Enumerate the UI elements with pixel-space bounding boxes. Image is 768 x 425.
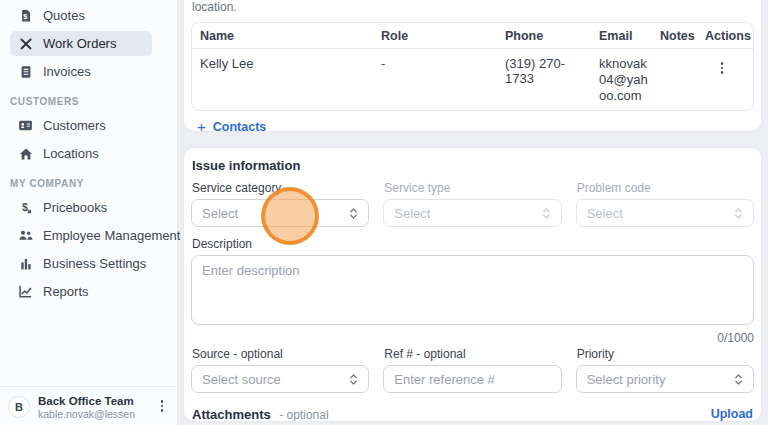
contact-row: Kelly Lee - (319) 270-1733 kknovak04@yah… xyxy=(192,49,753,110)
contact-card-icon xyxy=(18,118,33,133)
description-label: Description xyxy=(191,237,754,251)
service-category-label: Service category xyxy=(191,181,369,195)
main-content: location. Name Role Phone Email Notes Ac… xyxy=(178,0,768,425)
priority-select[interactable]: Select priority xyxy=(576,365,754,393)
people-icon xyxy=(18,228,33,243)
invoice-document-icon xyxy=(18,64,33,79)
issue-information-title: Issue information xyxy=(191,158,754,173)
service-type-select[interactable]: Select xyxy=(383,199,561,227)
contact-notes xyxy=(652,49,697,110)
sidebar-item-reports[interactable]: Reports xyxy=(10,279,152,304)
ref-number-input[interactable] xyxy=(383,365,561,393)
sidebar-item-customers[interactable]: Customers xyxy=(10,113,152,138)
sidebar-item-quotes[interactable]: $ Quotes xyxy=(10,3,152,28)
contact-phone: (319) 270-1733 xyxy=(497,49,591,110)
attachments-row: Attachments - optional Upload xyxy=(191,405,754,421)
description-textarea[interactable] xyxy=(191,255,754,325)
problem-code-select[interactable]: Select xyxy=(576,199,754,227)
col-header-actions: Actions xyxy=(697,29,753,43)
ref-number-label: Ref # - optional xyxy=(383,347,561,361)
sidebar-item-label: Reports xyxy=(43,284,89,299)
chevron-up-down-icon xyxy=(734,372,743,387)
add-contacts-button[interactable]: + Contacts xyxy=(197,120,266,131)
chevron-up-down-icon xyxy=(734,206,743,221)
service-category-select[interactable]: Select xyxy=(191,199,369,227)
contacts-intro-text: location. xyxy=(191,0,754,14)
contact-email: kknovak04@yahoo.com xyxy=(591,49,652,110)
chevron-up-down-icon xyxy=(349,372,358,387)
sidebar-item-locations[interactable]: Locations xyxy=(10,141,152,166)
service-type-label: Service type xyxy=(383,181,561,195)
col-header-notes: Notes xyxy=(652,29,697,43)
contact-actions-kebab-icon[interactable] xyxy=(715,59,729,77)
problem-code-label: Problem code xyxy=(576,181,754,195)
sidebar-section-my-company: MY COMPANY xyxy=(10,178,177,189)
avatar: B xyxy=(8,396,30,418)
sidebar-item-label: Customers xyxy=(43,118,106,133)
plus-icon: + xyxy=(197,121,206,131)
sidebar-section-customers: CUSTOMERS xyxy=(10,96,177,107)
upload-button[interactable]: Upload xyxy=(711,407,753,421)
sidebar-footer: B Back Office Team kable.novak@lessen xyxy=(0,386,177,425)
sidebar-item-pricebooks[interactable]: $ Pricebooks xyxy=(10,195,152,220)
sidebar-item-label: Employee Management xyxy=(43,228,180,243)
contact-role: - xyxy=(373,49,497,110)
source-label: Source - optional xyxy=(191,347,369,361)
chevron-up-down-icon xyxy=(349,206,358,221)
sidebar-item-label: Business Settings xyxy=(43,256,146,271)
issue-information-card: Issue information Service category Selec… xyxy=(184,148,761,421)
crossed-tools-icon xyxy=(18,36,33,51)
footer-kebab-menu-icon[interactable] xyxy=(155,397,169,415)
quote-document-icon: $ xyxy=(18,8,33,23)
description-char-counter: 0/1000 xyxy=(191,331,754,345)
sidebar: $ Quotes Work Orders Invoices CUSTOMERS … xyxy=(0,0,178,425)
contact-name: Kelly Lee xyxy=(192,49,373,110)
contacts-table: Name Role Phone Email Notes Actions Kell… xyxy=(191,22,754,111)
contacts-card: location. Name Role Phone Email Notes Ac… xyxy=(184,0,761,131)
home-icon xyxy=(18,146,33,161)
attachments-label: Attachments xyxy=(192,407,271,421)
sidebar-item-label: Quotes xyxy=(43,8,85,23)
priority-label: Priority xyxy=(576,347,754,361)
attachments-optional-suffix: - optional xyxy=(279,408,328,421)
col-header-phone: Phone xyxy=(497,29,591,43)
svg-text:$: $ xyxy=(21,201,27,213)
team-name: Back Office Team xyxy=(38,394,147,408)
col-header-role: Role xyxy=(373,29,497,43)
sidebar-item-business-settings[interactable]: Business Settings xyxy=(10,251,152,276)
chart-icon xyxy=(18,284,33,299)
sidebar-item-label: Invoices xyxy=(43,64,91,79)
col-header-email: Email xyxy=(591,29,652,43)
contacts-table-header: Name Role Phone Email Notes Actions xyxy=(192,23,753,49)
col-header-name: Name xyxy=(192,29,373,43)
source-select[interactable]: Select source xyxy=(191,365,369,393)
team-email: kable.novak@lessen xyxy=(38,408,147,421)
sidebar-item-label: Pricebooks xyxy=(43,200,107,215)
sidebar-item-label: Work Orders xyxy=(43,36,116,51)
sidebar-item-label: Locations xyxy=(43,146,99,161)
sidebar-item-invoices[interactable]: Invoices xyxy=(10,59,152,84)
dollar-icon: $ xyxy=(18,200,33,215)
sidebar-item-work-orders[interactable]: Work Orders xyxy=(10,31,152,56)
building-icon xyxy=(18,256,33,271)
chevron-up-down-icon xyxy=(542,206,551,221)
sidebar-item-employee-management[interactable]: Employee Management xyxy=(10,223,152,248)
